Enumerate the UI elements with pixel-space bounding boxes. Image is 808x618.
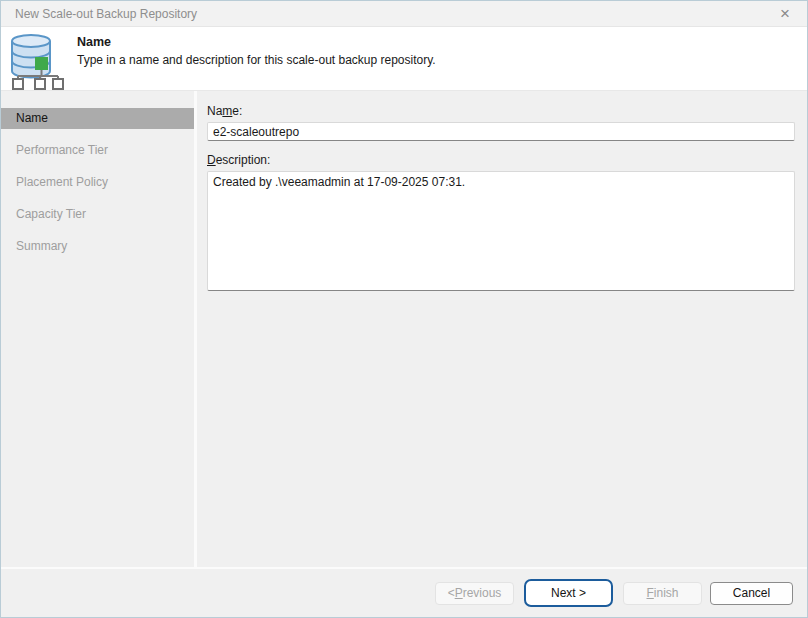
- new-scale-out-backup-repository-wizard: New Scale-out Backup Repository × Name T…: [0, 0, 808, 618]
- wizard-header: Name Type in a name and description for …: [1, 27, 807, 91]
- wizard-header-text: Name Type in a name and description for …: [77, 32, 436, 67]
- description-label-post: escription:: [216, 153, 271, 167]
- page-title: Name: [77, 35, 436, 49]
- name-label-mnemonic: m: [222, 104, 232, 118]
- step-capacity-tier[interactable]: Capacity Tier: [1, 204, 194, 225]
- step-name[interactable]: Name: [1, 108, 194, 129]
- previous-label-mnemonic: P: [455, 586, 463, 600]
- description-input[interactable]: Created by .\veeamadmin at 17-09-2025 07…: [207, 171, 795, 291]
- step-performance-tier[interactable]: Performance Tier: [1, 140, 194, 161]
- wizard-steps-sidebar: Name Performance Tier Placement Policy C…: [1, 91, 194, 567]
- close-icon[interactable]: ×: [773, 5, 797, 22]
- step-summary[interactable]: Summary: [1, 236, 194, 257]
- wizard-body: Name Performance Tier Placement Policy C…: [1, 91, 807, 567]
- description-label: Description:: [207, 153, 795, 167]
- page-subtitle: Type in a name and description for this …: [77, 53, 436, 67]
- title-bar: New Scale-out Backup Repository ×: [1, 1, 807, 27]
- scale-out-repository-icon: [9, 32, 65, 90]
- previous-label-pre: <: [448, 586, 455, 600]
- next-button[interactable]: Next >: [524, 579, 613, 607]
- name-label: Name:: [207, 104, 795, 118]
- finish-label-post: inish: [654, 586, 679, 600]
- name-label-post: e:: [232, 104, 242, 118]
- previous-button: < Previous: [435, 582, 514, 605]
- name-input[interactable]: [207, 122, 795, 141]
- wizard-footer: < Previous Next > Finish Cancel: [1, 567, 807, 617]
- description-label-mnemonic: D: [207, 153, 216, 167]
- name-label-pre: Na: [207, 104, 222, 118]
- window-title: New Scale-out Backup Repository: [15, 7, 773, 21]
- step-placement-policy[interactable]: Placement Policy: [1, 172, 194, 193]
- finish-label-mnemonic: F: [646, 586, 653, 600]
- form-panel: Name: Description: Created by .\veeamadm…: [197, 91, 807, 567]
- previous-label-post: revious: [463, 586, 502, 600]
- finish-button: Finish: [623, 582, 702, 605]
- cancel-button[interactable]: Cancel: [710, 582, 793, 605]
